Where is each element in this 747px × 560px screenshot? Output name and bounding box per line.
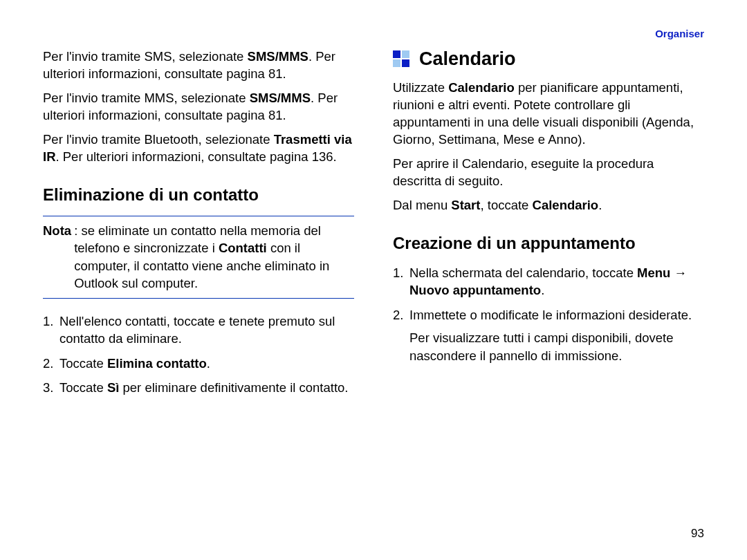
list-item: 3. Toccate Sì per eliminare definitivame… xyxy=(43,379,354,397)
list-text: Toccate Elimina contatto. xyxy=(59,355,210,373)
list-item: 1. Nell'elenco contatti, toccate e tenet… xyxy=(43,312,354,348)
paragraph-open-calendar: Per aprire il Calendario, eseguite la pr… xyxy=(393,156,704,190)
list-number: 3. xyxy=(43,379,59,397)
text: Toccate xyxy=(59,356,107,371)
bold-text: Calendario xyxy=(448,80,515,95)
bold-text: SMS/MMS xyxy=(248,49,308,64)
text: Dal menu xyxy=(393,198,451,212)
list-number: 2. xyxy=(43,355,59,373)
two-column-layout: Per l'invio tramite SMS, selezionate SMS… xyxy=(43,48,704,404)
text: Nella schermata del calendario, toccate xyxy=(409,265,637,280)
bold-text: Contatti xyxy=(219,241,267,255)
list-number: 1. xyxy=(43,312,59,348)
text: Per l'invio tramite SMS, selezionate xyxy=(43,49,248,64)
text: , toccate xyxy=(480,198,532,212)
header-section-label: Organiser xyxy=(655,28,704,39)
bold-text: Calendario xyxy=(533,198,599,212)
note-box: Nota : se eliminate un contatto nella me… xyxy=(43,216,354,299)
page: Organiser Per l'invio tramite SMS, selez… xyxy=(0,0,747,560)
heading-calendar: Calendario xyxy=(393,48,704,70)
text: . xyxy=(598,198,602,212)
paragraph-sms: Per l'invio tramite SMS, selezionate SMS… xyxy=(43,48,354,83)
list-number: 1. xyxy=(393,264,409,299)
paragraph-mms: Per l'invio tramite MMS, selezionate SMS… xyxy=(43,90,354,124)
bold-text: SMS/MMS xyxy=(250,91,311,105)
grid-icon xyxy=(393,50,411,68)
text: Per l'invio tramite Bluetooth, seleziona… xyxy=(43,132,274,147)
text: Per visualizzare tutti i campi disponibi… xyxy=(409,329,704,364)
text: . xyxy=(207,356,210,371)
page-number: 93 xyxy=(691,527,704,541)
left-column: Per l'invio tramite SMS, selezionate SMS… xyxy=(43,48,354,404)
list-text: Toccate Sì per eliminare definitivamente… xyxy=(59,379,349,397)
list-item: 2. Toccate Elimina contatto. xyxy=(43,355,354,373)
paragraph-bluetooth: Per l'invio tramite Bluetooth, seleziona… xyxy=(43,131,354,166)
text: Utilizzate xyxy=(393,80,448,95)
note-body: : se eliminate un contatto nella memoria… xyxy=(71,222,354,292)
bold-text: Elimina contatto xyxy=(107,356,207,371)
text: Immettete o modificate le informazioni d… xyxy=(409,306,704,324)
note-label: Nota xyxy=(43,223,71,238)
text: per eliminare definitivamente il contatt… xyxy=(119,380,348,395)
paragraph-calendar-intro: Utilizzate Calendario per pianificare ap… xyxy=(393,80,704,149)
list-text: Nella schermata del calendario, toccate … xyxy=(409,264,704,299)
text: Per l'invio tramite MMS, selezionate xyxy=(43,91,250,105)
text: . Per ulteriori informazioni, consultate… xyxy=(56,149,337,164)
paragraph-start-menu: Dal menu Start, toccate Calendario. xyxy=(393,197,704,214)
list-item: 1. Nella schermata del calendario, tocca… xyxy=(393,264,704,299)
list-item: 2. Immettete o modificate le informazion… xyxy=(393,306,704,365)
heading-text: Calendario xyxy=(419,48,516,70)
heading-delete-contact: Eliminazione di un contatto xyxy=(43,185,354,205)
bold-text: Start xyxy=(451,198,480,212)
bold-text: Sì xyxy=(107,380,119,395)
list-text: Nell'elenco contatti, toccate e tenete p… xyxy=(59,312,354,348)
text: Toccate xyxy=(59,380,107,395)
list-text: Immettete o modificate le informazioni d… xyxy=(409,306,704,365)
right-column: Calendario Utilizzate Calendario per pia… xyxy=(393,48,704,404)
heading-create-appointment: Creazione di un appuntamento xyxy=(393,234,704,253)
list-number: 2. xyxy=(393,306,409,365)
text: . xyxy=(541,283,544,297)
